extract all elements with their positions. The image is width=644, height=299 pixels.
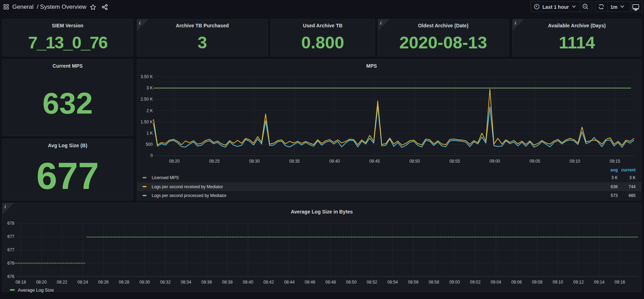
svg-text:676: 676	[7, 274, 14, 279]
svg-text:08:40: 08:40	[243, 280, 253, 285]
svg-text:09:02: 09:02	[470, 280, 480, 285]
svg-text:08:30: 08:30	[139, 280, 150, 285]
svg-text:08:46: 08:46	[305, 280, 315, 285]
svg-text:08:50: 08:50	[346, 280, 357, 285]
svg-text:09:10: 09:10	[553, 280, 563, 285]
svg-text:08:34: 08:34	[181, 280, 191, 285]
svg-text:08:42: 08:42	[263, 280, 274, 285]
svg-text:09:05: 09:05	[529, 159, 540, 164]
svg-text:500: 500	[146, 142, 153, 147]
svg-text:09:08: 09:08	[532, 280, 542, 285]
svg-text:09:14: 09:14	[594, 280, 604, 285]
svg-text:08:36: 08:36	[201, 280, 212, 285]
svg-text:08:24: 08:24	[77, 280, 88, 285]
svg-text:09:04: 09:04	[491, 280, 501, 285]
svg-text:08:20: 08:20	[169, 159, 180, 164]
svg-text:676: 676	[7, 261, 14, 266]
svg-text:08:38: 08:38	[222, 280, 233, 285]
svg-text:09:16: 09:16	[615, 280, 625, 285]
svg-text:09:12: 09:12	[573, 280, 584, 285]
svg-text:08:26: 08:26	[98, 280, 109, 285]
svg-text:09:10: 09:10	[570, 159, 580, 164]
svg-text:Logs per second received by Me: Logs per second received by Mediator	[152, 184, 223, 189]
svg-text:0: 0	[150, 153, 153, 158]
svg-text:08:20: 08:20	[36, 280, 47, 285]
svg-text:08:55: 08:55	[450, 159, 460, 164]
svg-text:09:00: 09:00	[449, 280, 460, 285]
svg-text:08:30: 08:30	[249, 159, 260, 164]
svg-text:08:28: 08:28	[119, 280, 129, 285]
svg-text:Logs per second processed by M: Logs per second processed by Mediator	[152, 193, 226, 198]
svg-text:3 K: 3 K	[611, 175, 618, 180]
svg-text:665: 665	[629, 193, 636, 198]
svg-text:1 K: 1 K	[146, 131, 153, 136]
svg-text:08:35: 08:35	[289, 159, 300, 164]
svg-text:08:54: 08:54	[387, 280, 398, 285]
svg-text:08:50: 08:50	[409, 159, 420, 164]
svg-text:08:32: 08:32	[160, 280, 171, 285]
svg-text:Licensed MPS: Licensed MPS	[152, 175, 179, 180]
svg-text:1.50 K: 1.50 K	[141, 120, 153, 124]
svg-text:638: 638	[611, 184, 618, 189]
svg-text:677: 677	[7, 234, 14, 239]
svg-text:09:00: 09:00	[489, 159, 500, 164]
svg-text:08:52: 08:52	[366, 280, 377, 285]
svg-text:08:18: 08:18	[15, 280, 26, 285]
svg-text:2 K: 2 K	[146, 108, 153, 113]
svg-text:09:15: 09:15	[610, 159, 620, 164]
svg-text:677: 677	[7, 247, 14, 252]
svg-text:744: 744	[629, 184, 636, 189]
svg-text:avg: avg	[610, 168, 618, 172]
svg-text:3 K: 3 K	[146, 86, 153, 90]
svg-text:3.50 K: 3.50 K	[141, 74, 153, 79]
svg-text:573: 573	[611, 193, 618, 198]
svg-text:08:48: 08:48	[326, 280, 336, 285]
svg-text:08:58: 08:58	[429, 280, 439, 285]
svg-text:08:56: 08:56	[408, 280, 418, 285]
svg-text:08:22: 08:22	[57, 280, 67, 285]
svg-text:08:25: 08:25	[209, 159, 220, 164]
svg-text:08:40: 08:40	[329, 159, 340, 164]
svg-text:08:45: 08:45	[369, 159, 380, 164]
svg-text:current: current	[621, 168, 636, 172]
svg-text:09:06: 09:06	[511, 280, 522, 285]
svg-text:08:44: 08:44	[284, 280, 295, 285]
svg-text:Average Log Size: Average Log Size	[18, 287, 54, 293]
svg-text:2.50 K: 2.50 K	[141, 97, 153, 102]
svg-text:3 K: 3 K	[629, 175, 636, 180]
svg-text:678: 678	[7, 221, 14, 226]
